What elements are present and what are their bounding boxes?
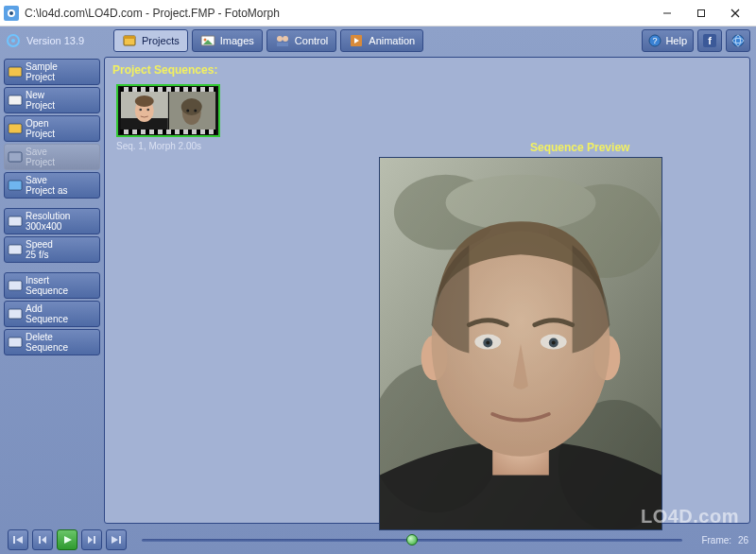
window-controls bbox=[650, 2, 752, 25]
svg-marker-65 bbox=[16, 536, 23, 544]
svg-text:?: ? bbox=[653, 36, 658, 45]
prev-frame-button[interactable] bbox=[32, 529, 53, 550]
svg-text:f: f bbox=[708, 35, 712, 46]
sidebar-resolution-300x400[interactable]: Resolution 300x400 bbox=[4, 208, 100, 234]
maximize-button[interactable] bbox=[684, 2, 718, 25]
svg-point-8 bbox=[11, 39, 15, 43]
play-button[interactable] bbox=[57, 529, 77, 550]
svg-rect-70 bbox=[94, 536, 95, 544]
sidebar-item-icon bbox=[8, 278, 23, 293]
top-toolbar: Version 13.9 ProjectsImagesControlAnimat… bbox=[0, 26, 756, 55]
last-frame-button[interactable] bbox=[106, 529, 127, 550]
svg-point-44 bbox=[180, 98, 201, 115]
svg-point-41 bbox=[146, 109, 149, 112]
sidebar-item-icon bbox=[8, 335, 23, 350]
sidebar-delete-sequence[interactable]: Delete Sequence bbox=[4, 329, 100, 355]
tab-images[interactable]: Images bbox=[192, 29, 263, 52]
help-icon: ? bbox=[648, 34, 662, 47]
svg-rect-27 bbox=[9, 95, 22, 105]
svg-rect-26 bbox=[9, 67, 22, 77]
sidebar-item-label: Save Project bbox=[26, 147, 55, 167]
skip-start-icon bbox=[12, 534, 24, 545]
filmstrip-image-b bbox=[169, 92, 216, 130]
svg-rect-28 bbox=[9, 124, 22, 133]
skip-end-icon bbox=[111, 534, 122, 545]
svg-rect-33 bbox=[9, 281, 22, 290]
svg-point-45 bbox=[186, 110, 189, 113]
minimize-button[interactable] bbox=[650, 2, 684, 25]
sidebar-item-icon bbox=[8, 178, 23, 193]
main-row: Sample ProjectNew ProjectOpen ProjectSav… bbox=[0, 55, 756, 526]
svg-rect-4 bbox=[698, 9, 705, 16]
sidebar-open-project[interactable]: Open Project bbox=[4, 115, 100, 142]
sidebar-item-icon bbox=[8, 93, 23, 108]
play-icon bbox=[61, 534, 73, 545]
sequence-thumbnail[interactable]: Seq. 1, Morph 2.00s bbox=[116, 84, 220, 151]
sidebar: Sample ProjectNew ProjectOpen ProjectSav… bbox=[0, 55, 104, 526]
help-button[interactable]: ? Help bbox=[642, 29, 694, 52]
sidebar-item-label: Add Sequence bbox=[26, 303, 68, 324]
tab-bar: ProjectsImagesControlAnimation bbox=[113, 29, 423, 52]
sequence-preview[interactable] bbox=[379, 157, 662, 530]
sidebar-item-icon bbox=[8, 242, 23, 257]
sidebar-save-project: Save Project bbox=[4, 144, 100, 170]
sidebar-item-label: Save Project as bbox=[26, 175, 67, 196]
app-body: Version 13.9 ProjectsImagesControlAnimat… bbox=[0, 26, 756, 554]
sidebar-item-label: Sample Project bbox=[26, 61, 58, 82]
content-panel: Project Sequences: bbox=[104, 57, 750, 524]
preview-title: Sequence Preview bbox=[530, 141, 629, 154]
svg-rect-10 bbox=[124, 36, 135, 39]
sidebar-new-project[interactable]: New Project bbox=[4, 87, 100, 113]
tab-animation[interactable]: Animation bbox=[340, 29, 423, 52]
window-title: C:\lo4d.com\LO4D.com - Project.FMP - Fot… bbox=[25, 7, 650, 20]
svg-rect-30 bbox=[9, 181, 22, 190]
svg-rect-32 bbox=[9, 245, 22, 254]
svg-rect-66 bbox=[39, 536, 41, 544]
svg-point-23 bbox=[732, 35, 744, 46]
window-titlebar: C:\lo4d.com\LO4D.com - Project.FMP - Fot… bbox=[0, 0, 756, 26]
svg-point-63 bbox=[432, 231, 610, 456]
tab-label: Animation bbox=[369, 35, 415, 46]
sidebar-item-icon bbox=[8, 214, 23, 229]
slider-handle[interactable] bbox=[406, 534, 418, 545]
svg-point-46 bbox=[194, 110, 197, 113]
svg-point-2 bbox=[9, 11, 13, 15]
control-icon bbox=[275, 33, 290, 48]
svg-rect-29 bbox=[9, 152, 22, 162]
tab-control[interactable]: Control bbox=[266, 29, 336, 52]
sidebar-gap bbox=[4, 200, 100, 208]
svg-rect-31 bbox=[9, 216, 22, 226]
help-label: Help bbox=[665, 35, 687, 46]
panel-title: Project Sequences: bbox=[112, 63, 217, 77]
svg-point-12 bbox=[203, 39, 206, 42]
svg-rect-35 bbox=[9, 338, 22, 347]
close-button[interactable] bbox=[718, 2, 752, 25]
playback-bar: Frame: 26 bbox=[0, 526, 756, 554]
web-button[interactable] bbox=[726, 29, 750, 52]
svg-rect-16 bbox=[277, 43, 288, 46]
sidebar-item-icon bbox=[8, 64, 23, 79]
version-label: Version 13.9 bbox=[26, 35, 84, 46]
sidebar-item-icon bbox=[8, 306, 23, 321]
sidebar-item-label: Resolution 300x400 bbox=[26, 211, 70, 232]
svg-rect-64 bbox=[13, 536, 15, 544]
sidebar-sample-project[interactable]: Sample Project bbox=[4, 59, 100, 85]
svg-marker-71 bbox=[112, 536, 118, 544]
version-badge[interactable]: Version 13.9 bbox=[6, 33, 84, 48]
facebook-button[interactable]: f bbox=[697, 29, 722, 52]
first-frame-button[interactable] bbox=[8, 529, 28, 550]
sidebar-save-project-as[interactable]: Save Project as bbox=[4, 172, 100, 199]
frame-value: 26 bbox=[738, 535, 748, 545]
sidebar-add-sequence[interactable]: Add Sequence bbox=[4, 301, 100, 327]
tab-projects[interactable]: Projects bbox=[113, 29, 188, 52]
next-frame-button[interactable] bbox=[81, 529, 102, 550]
gear-icon bbox=[6, 33, 21, 48]
frame-slider[interactable] bbox=[142, 536, 682, 544]
tab-label: Projects bbox=[142, 35, 180, 46]
sidebar-insert-sequence[interactable]: Insert Sequence bbox=[4, 272, 100, 299]
step-back-icon bbox=[37, 534, 48, 545]
svg-rect-34 bbox=[9, 309, 22, 319]
sidebar-gap bbox=[4, 265, 100, 272]
sidebar-item-label: Delete Sequence bbox=[26, 332, 68, 353]
sidebar-speed-25-f-s[interactable]: Speed 25 f/s bbox=[4, 236, 100, 263]
